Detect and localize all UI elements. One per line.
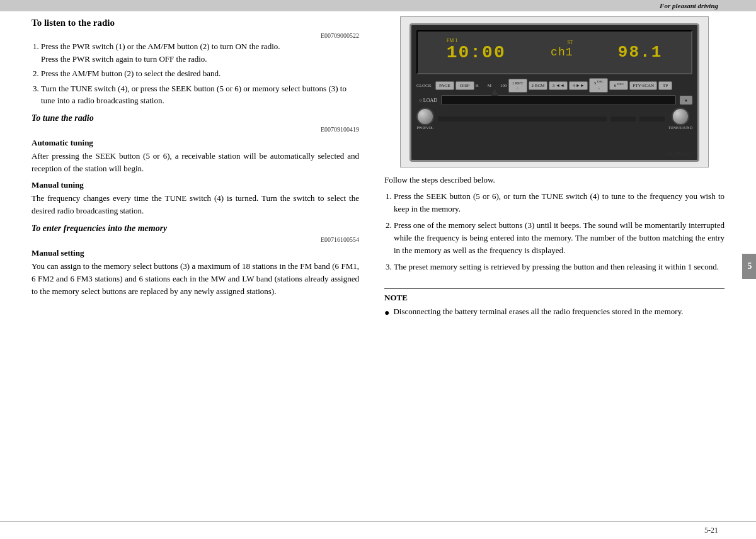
- radio-image: FM 1 10:00 ST ch1 98.1: [400, 16, 709, 167]
- note-text: Disconnecting the battery terminal erase…: [393, 305, 683, 318]
- eject-btn: ▲: [680, 96, 692, 105]
- footer: 5-21: [0, 521, 756, 539]
- error-code-3: E00716100554: [32, 236, 359, 243]
- disp-btn: DISP: [455, 81, 474, 90]
- page-btn: PAGE: [435, 81, 454, 90]
- radio-screen: FM 1 10:00 ST ch1 98.1: [416, 30, 692, 74]
- radio-bottom-row: PWR/VOL TUNE/SOUND: [416, 108, 692, 130]
- radio-screen-wrapper: FM 1 10:00 ST ch1 98.1: [416, 30, 692, 74]
- tune-knob: [672, 108, 689, 125]
- arrow-indicator: ▲: [488, 84, 501, 99]
- time-section: FM 1 10:00: [447, 43, 506, 62]
- btn-4: 4 ►►: [569, 81, 588, 90]
- btn-2rcm: 2 RCM: [529, 81, 548, 90]
- cd-slot: ▲: [441, 95, 676, 105]
- right-list-item-2: Press one of the memory select buttons (…: [394, 219, 724, 257]
- list1: Press the PWR switch (1) or the AM/FM bu…: [32, 40, 359, 107]
- btn-6: 6 DSC: [609, 81, 628, 90]
- st-label: ST: [567, 40, 573, 45]
- btn-1rpt: 1 RPT○: [508, 79, 527, 93]
- btn-ptyscan: PTY·SCAN: [629, 81, 657, 90]
- fm-label: FM 1: [447, 38, 458, 43]
- btn-group: CLOCK PAGE DISP H M 100 1: [416, 78, 692, 93]
- right-list: Press the SEEK button (5 or 6), or turn …: [384, 190, 724, 278]
- list-item: Press the PWR switch (1) or the AM/FM bu…: [41, 40, 359, 65]
- follow-text: Follow the steps described below.: [384, 174, 724, 186]
- right-list-item-1: Press the SEEK button (5 or 6), or turn …: [394, 190, 724, 215]
- page-number: 5-21: [704, 526, 718, 535]
- slider-bar: [438, 116, 607, 122]
- ch-section: ST ch1: [551, 46, 573, 59]
- pwr-section: PWR/VOL: [416, 108, 434, 130]
- pwr-label: PWR/VOL: [417, 126, 434, 130]
- ag-code: AG0005623: [667, 150, 695, 157]
- freq-section: 98.1: [618, 43, 662, 62]
- tab-label: 5: [742, 254, 756, 279]
- manual-text: The frequency changes every time the TUN…: [32, 192, 359, 217]
- radio-ch: ch1: [551, 46, 573, 59]
- clock-label: CLOCK: [416, 83, 432, 88]
- radio-time: 10:00: [447, 43, 506, 62]
- header-title: For pleasant driving: [660, 2, 756, 9]
- radio-display: FM 1 10:00 ST ch1 98.1: [410, 23, 699, 162]
- section2-title: To tune the radio: [32, 113, 359, 123]
- section3-title: To enter frequencies into the memory: [32, 224, 359, 234]
- page: For pleasant driving To listen to the ra…: [0, 0, 756, 539]
- note-bullet-icon: ●: [384, 306, 389, 320]
- list-item: Turn the TUNE switch (4), or press the S…: [41, 82, 359, 107]
- manual-title: Manual tuning: [32, 180, 359, 190]
- tune-section: TUNE/SOUND: [668, 108, 692, 130]
- error-code-1: E00709000522: [32, 32, 359, 39]
- manual-setting-text: You can assign to the memory select butt…: [32, 260, 359, 298]
- error-code-2: E00709100419: [32, 126, 359, 133]
- load-row: ○ LOAD ▲ ▲: [416, 95, 692, 105]
- manual-setting-title: Manual setting: [32, 248, 359, 258]
- btn-3: 3 ◄◄: [549, 81, 568, 90]
- section1-title: To listen to the radio: [32, 18, 359, 28]
- top-bar: For pleasant driving: [0, 0, 756, 11]
- right-section: 5 FM 1 10:00 ST ch1: [378, 11, 756, 521]
- note-section: NOTE ● Disconnecting the battery termina…: [384, 288, 724, 320]
- tune-label: TUNE/SOUND: [668, 126, 692, 130]
- left-column: To listen to the radio E00709000522 Pres…: [0, 11, 378, 521]
- note-title: NOTE: [384, 293, 724, 303]
- btn-tp: TP: [658, 81, 672, 90]
- slider-bar2: [610, 116, 636, 122]
- radio-buttons-row: CLOCK PAGE DISP H M 100 1: [416, 78, 692, 93]
- auto-title: Automatic tuning: [32, 138, 359, 148]
- right-list-item-3: The preset memory setting is retrieved b…: [394, 261, 724, 273]
- radio-freq: 98.1: [618, 43, 662, 62]
- btn-5: 5 DSC○: [589, 78, 608, 93]
- auto-text: After pressing the SEEK button (5 or 6),…: [32, 150, 359, 175]
- load-label: ○ LOAD: [419, 98, 437, 103]
- note-item: ● Disconnecting the battery terminal era…: [384, 305, 724, 320]
- pwr-knob: [416, 108, 434, 125]
- list-item: Press the AM/FM button (2) to select the…: [41, 67, 359, 80]
- slider-bar3: [639, 116, 665, 122]
- content-area: To listen to the radio E00709000522 Pres…: [0, 11, 756, 521]
